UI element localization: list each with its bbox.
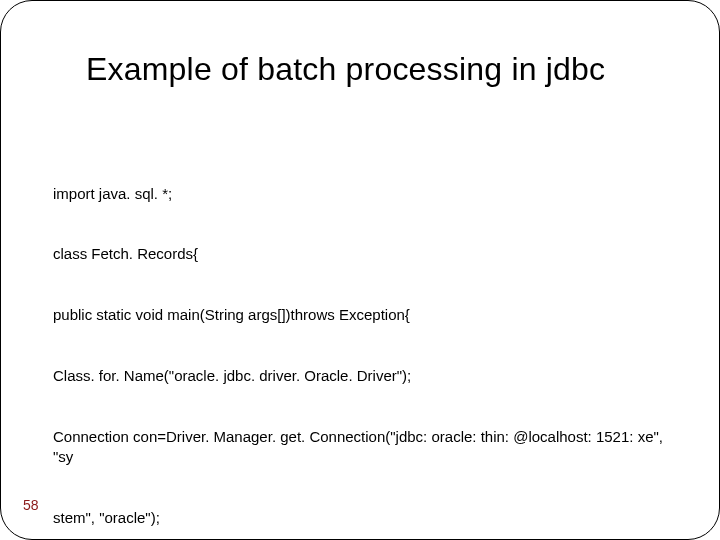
page-number: 58: [23, 497, 39, 513]
slide-title: Example of batch processing in jdbc: [86, 51, 669, 88]
code-line: class Fetch. Records{: [53, 244, 669, 264]
code-line: stem", "oracle");: [53, 508, 669, 528]
slide-container: Example of batch processing in jdbc impo…: [0, 0, 720, 540]
code-line: import java. sql. *;: [53, 184, 669, 204]
code-line: Connection con=Driver. Manager. get. Con…: [53, 427, 669, 468]
code-line: public static void main(String args[])th…: [53, 305, 669, 325]
code-line: Class. for. Name("oracle. jdbc. driver. …: [53, 366, 669, 386]
code-block: import java. sql. *; class Fetch. Record…: [53, 143, 669, 540]
